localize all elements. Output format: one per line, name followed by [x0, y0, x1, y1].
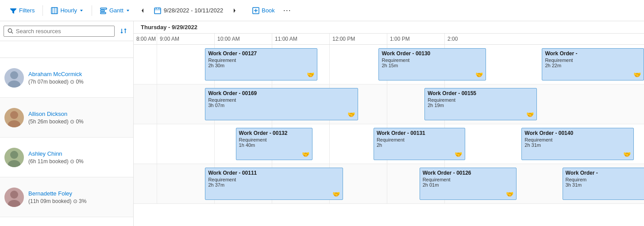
- work-order-block[interactable]: Work Order - Requirem 3h 31m 🤝: [563, 168, 644, 200]
- wo-sub: Requirement: [423, 177, 513, 182]
- svg-point-29: [8, 200, 20, 207]
- wo-duration: 2h 15m: [382, 63, 482, 68]
- hourly-button[interactable]: Hourly: [46, 5, 88, 16]
- book-plus-icon: [252, 7, 259, 14]
- work-order-block[interactable]: Work Order - 00169 Requirement 3h 07m 🤝: [205, 88, 358, 120]
- sort-icon: [120, 27, 127, 34]
- date-range-text: 9/28/2022 - 10/11/2022: [164, 7, 223, 14]
- wo-duration: 2h 31m: [524, 142, 631, 148]
- resource-info: Abraham McCormick (7h 07m booked) ⊙ 0%: [28, 71, 84, 85]
- timeline-row: Work Order - 00132 Requirement 1h 40m 🤝 …: [134, 124, 644, 164]
- work-order-block[interactable]: Work Order - 00131 Requirement 2h 🤝: [374, 128, 466, 160]
- svg-point-14: [8, 29, 12, 32]
- timeline-header: Thursday - 9/29/2022 8:00 AM 9:00 AM 10:…: [134, 21, 644, 45]
- work-order-block[interactable]: Work Order - Requirement 2h 22m 🤝: [542, 48, 644, 80]
- resource-meta: (5h 26m booked) ⊙ 0%: [28, 119, 84, 125]
- work-order-block[interactable]: Work Order - 00132 Requirement 1h 40m 🤝: [236, 128, 312, 160]
- svg-point-24: [10, 111, 18, 119]
- filters-button[interactable]: Filters: [5, 5, 39, 16]
- work-order-block[interactable]: Work Order - 00155 Requirement 2h 19m 🤝: [424, 88, 537, 120]
- resource-meta: (7h 07m booked) ⊙ 0%: [28, 79, 84, 85]
- svg-point-22: [10, 71, 18, 79]
- wo-title: Work Order - 00111: [208, 170, 339, 176]
- work-order-block[interactable]: Work Order - 00140 Requirement 2h 31m 🤝: [521, 128, 634, 160]
- time-label: 12:00 PM: [329, 34, 387, 44]
- search-icon: [8, 28, 13, 34]
- wo-duration: 2h 37m: [208, 182, 339, 188]
- work-order-block[interactable]: Work Order - 00111 Requirement 2h 37m 🤝: [205, 168, 343, 200]
- svg-rect-7: [154, 8, 161, 14]
- next-button[interactable]: [228, 4, 241, 17]
- time-label: 9:00 AM: [157, 34, 214, 44]
- wo-title: Work Order - 00131: [377, 130, 463, 136]
- svg-point-27: [8, 160, 20, 167]
- avatar: [4, 188, 24, 207]
- chevron-right-icon: [232, 8, 237, 14]
- hourly-chevron-icon: [79, 8, 84, 13]
- wo-title: Work Order -: [545, 50, 641, 57]
- handshake-icon: 🤝: [455, 151, 462, 158]
- wo-duration: 2h: [377, 142, 463, 148]
- work-order-block[interactable]: Work Order - 00130 Requirement 2h 15m 🤝: [378, 48, 486, 80]
- toolbar: Filters Hourly Gantt 9/28/2022 - 10/11/2…: [0, 0, 644, 21]
- book-button[interactable]: Book: [248, 5, 279, 16]
- handshake-icon: 🤝: [506, 191, 513, 198]
- divider-1: [42, 5, 43, 16]
- resource-name: Ashley Chinn: [28, 150, 84, 157]
- wo-title: Work Order -: [566, 170, 644, 176]
- hourly-icon: [51, 7, 58, 14]
- search-input-wrap: [4, 26, 115, 37]
- sort-button[interactable]: [117, 25, 130, 37]
- gantt-icon: [100, 7, 107, 14]
- resource-info: Ashley Chinn (6h 11m booked) ⊙ 0%: [28, 150, 84, 165]
- handshake-icon: 🤝: [526, 111, 534, 118]
- work-order-block[interactable]: Work Order - 00126 Requirement 2h 01m 🤝: [420, 168, 517, 200]
- handshake-icon: 🤝: [347, 111, 355, 118]
- gantt-chevron-icon: [126, 8, 130, 13]
- wo-sub: Requirem: [566, 177, 644, 182]
- wo-sub: Requirement: [382, 57, 482, 63]
- filter-icon: [10, 7, 17, 14]
- time-label: 1:00 PM: [387, 34, 444, 44]
- svg-rect-6: [100, 12, 106, 14]
- wo-sub: Requirement: [524, 137, 631, 142]
- work-order-block[interactable]: Work Order - 00127 Requirement 2h 30m 🤝: [205, 48, 317, 80]
- handshake-icon: 🤝: [307, 71, 314, 78]
- svg-point-26: [10, 151, 18, 159]
- timeline-row: Work Order - 00169 Requirement 3h 07m 🤝 …: [134, 84, 644, 124]
- timeline-rows: Work Order - 00127 Requirement 2h 30m 🤝 …: [134, 45, 644, 226]
- resource-info: Allison Dickson (5h 26m booked) ⊙ 0%: [28, 111, 84, 125]
- handshake-icon: 🤝: [475, 71, 483, 78]
- left-panel: Abraham McCormick (7h 07m booked) ⊙ 0% A…: [0, 21, 134, 226]
- wo-duration: 3h 07m: [208, 103, 355, 108]
- more-button[interactable]: ···: [281, 4, 293, 17]
- time-label: 2:00: [444, 34, 475, 44]
- svg-rect-5: [100, 10, 104, 11]
- avatar: [4, 68, 24, 88]
- wo-duration: 2h 22m: [545, 63, 641, 68]
- resource-meta: (11h 09m booked) ⊙ 3%: [28, 198, 86, 204]
- wo-title: Work Order - 00126: [423, 170, 513, 176]
- wo-sub: Requirement: [208, 97, 355, 103]
- chevron-left-icon: [140, 8, 145, 14]
- wo-title: Work Order - 00132: [239, 130, 309, 136]
- wo-title: Work Order - 00155: [428, 90, 534, 96]
- resource-name: Bernadette Foley: [28, 190, 86, 197]
- wo-sub: Requirement: [428, 97, 534, 103]
- search-input[interactable]: [16, 28, 111, 34]
- gantt-button[interactable]: Gantt: [96, 5, 135, 16]
- date-range: 9/28/2022 - 10/11/2022: [150, 5, 227, 16]
- list-item: Ashley Chinn (6h 11m booked) ⊙ 0%: [0, 138, 133, 177]
- resource-name: Allison Dickson: [28, 111, 84, 117]
- svg-line-15: [12, 32, 13, 33]
- wo-title: Work Order - 00127: [208, 50, 314, 57]
- gantt-label: Gantt: [109, 7, 123, 14]
- hourly-label: Hourly: [60, 7, 77, 14]
- timeline-row: Work Order - 00127 Requirement 2h 30m 🤝 …: [134, 45, 644, 84]
- date-heading: Thursday - 9/29/2022: [134, 21, 644, 34]
- prev-button[interactable]: [136, 4, 149, 17]
- svg-point-23: [8, 80, 20, 88]
- list-item: Abraham McCormick (7h 07m booked) ⊙ 0%: [0, 58, 133, 98]
- resource-header-spacer: [0, 41, 133, 58]
- wo-sub: Requirement: [208, 177, 339, 182]
